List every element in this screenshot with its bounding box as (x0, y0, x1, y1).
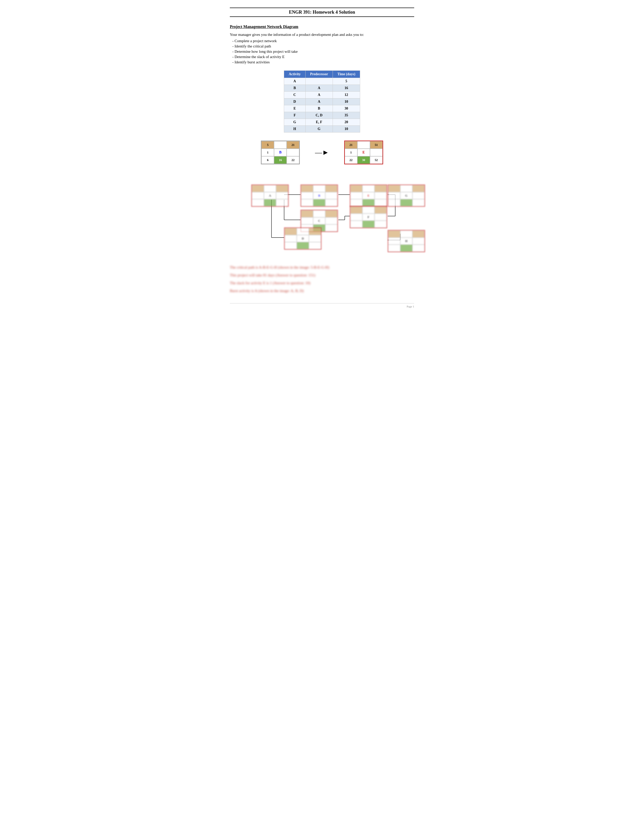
table-cell-r7-c0: H (284, 126, 305, 132)
col-header-predecessor: Predecessor (305, 71, 333, 78)
node-b-bot-left: 6 (261, 156, 274, 164)
table-cell-r7-c2: 10 (333, 126, 360, 132)
section-title: Project Management Network Diagram (230, 24, 414, 29)
table-cell-r1-c0: B (284, 85, 305, 92)
network-diagram: A B C D (251, 169, 393, 260)
task-item-1: Complete a project network (232, 39, 414, 43)
table-row: DA10 (284, 98, 360, 105)
task-item-2: Identify the critical path (232, 44, 414, 48)
node-b-mid-right (287, 149, 299, 156)
node-b-top-mid (274, 141, 287, 149)
table-cell-r5-c1: C, D (305, 112, 333, 119)
table-cell-r0-c1 (305, 78, 333, 85)
node-g-network: G (388, 185, 425, 207)
node-e-top-right: 51 (370, 141, 383, 149)
arrow-b-to-e: —► (315, 148, 329, 156)
node-d-network: D (284, 227, 322, 250)
table-row: FC, D35 (284, 112, 360, 119)
node-e-network: E (350, 185, 387, 207)
answer-duration: This project will take 81 days (Answer t… (230, 273, 414, 277)
featured-nodes-row: 5 21 1 B 6 16 22 —► 21 51 1 E 22 30 52 (230, 141, 414, 164)
node-f-network: F (350, 206, 387, 228)
table-cell-r1-c1: A (305, 85, 333, 92)
table-cell-r7-c1: G (305, 126, 333, 132)
node-e-top-mid (357, 141, 370, 149)
node-e-top-left: 21 (345, 141, 357, 149)
node-e-mid-mid: E (357, 149, 370, 156)
task-item-3: Determine how long this project will tak… (232, 50, 414, 54)
table-cell-r4-c0: E (284, 105, 305, 112)
node-e-mid-right (370, 149, 383, 156)
table-cell-r5-c0: F (284, 112, 305, 119)
table-row: EB30 (284, 105, 360, 112)
intro-paragraph: Your manager gives you the information o… (230, 32, 414, 37)
table-cell-r1-c2: 16 (333, 85, 360, 92)
answer-burst: Burst activity is A (shown in the image:… (230, 289, 414, 293)
node-b-mid-mid: B (274, 149, 287, 156)
table-cell-r6-c1: E, F (305, 119, 333, 126)
table-cell-r5-c2: 35 (333, 112, 360, 119)
page-title: ENGR 391: Homework 4 Solution (230, 8, 414, 17)
task-item-4: Determine the slack of activity E (232, 55, 414, 59)
table-row: BA16 (284, 85, 360, 92)
task-list: Complete a project network Identify the … (232, 39, 414, 64)
answer-slack-e: The slack for activity E is 1 (Answer to… (230, 281, 414, 285)
node-h-network: H (388, 230, 425, 252)
table-cell-r2-c1: A (305, 92, 333, 98)
col-header-time: Time (days) (333, 71, 360, 78)
node-b: 5 21 1 B 6 16 22 (261, 141, 300, 164)
table-cell-r3-c1: A (305, 98, 333, 105)
node-b-bot-mid: 16 (274, 156, 287, 164)
node-b-bot-right: 22 (287, 156, 299, 164)
table-cell-r2-c0: C (284, 92, 305, 98)
node-e-bot-right: 52 (370, 156, 383, 164)
table-cell-r0-c0: A (284, 78, 305, 85)
activity-table-container: Activity Predecessor Time (days) A5BA16C… (230, 71, 414, 132)
table-cell-r6-c2: 20 (333, 119, 360, 126)
node-e: 21 51 1 E 22 30 52 (344, 141, 383, 164)
page-footer: Page 1 (230, 303, 414, 308)
table-row: HG10 (284, 126, 360, 132)
node-a-blurred: A (251, 185, 289, 207)
table-cell-r3-c0: D (284, 98, 305, 105)
table-row: CA12 (284, 92, 360, 98)
node-e-mid-left: 1 (345, 149, 357, 156)
table-row: GE, F20 (284, 119, 360, 126)
header-title: ENGR 391: Homework 4 Solution (289, 10, 355, 14)
node-b-mid-left: 1 (261, 149, 274, 156)
table-cell-r6-c0: G (284, 119, 305, 126)
node-b-network: B (301, 185, 338, 207)
node-b-top-left: 5 (261, 141, 274, 149)
table-cell-r4-c1: B (305, 105, 333, 112)
table-cell-r3-c2: 10 (333, 98, 360, 105)
node-e-bot-left: 22 (345, 156, 357, 164)
answer-critical-path: The critical path is A-B-E-G-H (shown in… (230, 265, 414, 270)
col-header-activity: Activity (284, 71, 305, 78)
table-cell-r0-c2: 5 (333, 78, 360, 85)
table-cell-r2-c2: 12 (333, 92, 360, 98)
task-item-5: Identify burst activities (232, 60, 414, 64)
node-e-bot-mid: 30 (357, 156, 370, 164)
answers-section: The critical path is A-B-E-G-H (shown in… (230, 265, 414, 293)
table-cell-r4-c2: 30 (333, 105, 360, 112)
table-row: A5 (284, 78, 360, 85)
activity-table: Activity Predecessor Time (days) A5BA16C… (284, 71, 360, 132)
node-b-top-right: 21 (287, 141, 299, 149)
